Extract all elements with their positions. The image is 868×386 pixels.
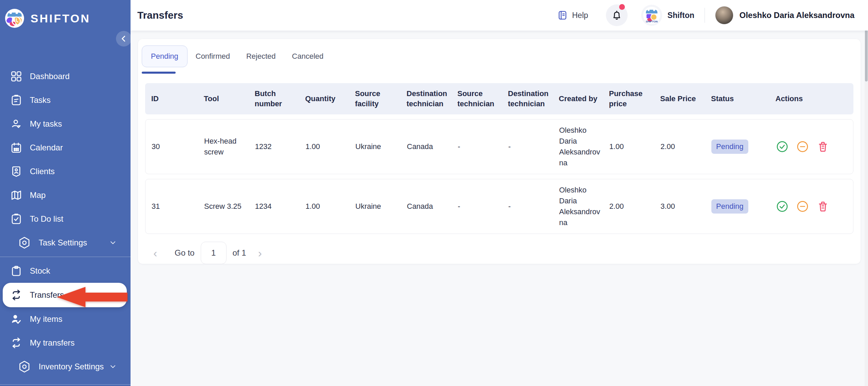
confirm-button[interactable] xyxy=(776,140,789,153)
reject-minus-circle-icon xyxy=(796,140,809,153)
page-title: Transfers xyxy=(137,10,183,21)
tab-confirmed[interactable]: Confirmed xyxy=(188,52,238,61)
sidebar-item-label: Transfers xyxy=(30,290,64,300)
previous-page-icon[interactable]: ‹ xyxy=(150,247,160,259)
chevron-down-icon[interactable] xyxy=(109,363,117,371)
tasks-clipboard-icon xyxy=(10,94,22,106)
confirm-button[interactable] xyxy=(776,200,789,213)
cell-quantity: 1.00 xyxy=(305,120,355,174)
sidebar-item-label: My transfers xyxy=(30,338,75,348)
cell-destination-technician: Canada xyxy=(407,179,458,234)
cell-butch-number: 1234 xyxy=(255,179,305,234)
cell-purchase-price: 1.00 xyxy=(609,120,660,174)
help-button[interactable]: Help xyxy=(557,10,588,21)
cell-created-by: Oleshko Daria Aleksandrovna xyxy=(559,179,609,234)
my-tasks-user-icon xyxy=(10,118,22,130)
shifton-logo-icon xyxy=(5,8,24,28)
cell-status: Pending xyxy=(711,120,776,174)
company-switcher[interactable]: SHIFTON Shifton xyxy=(641,5,694,26)
sidebar-item-my-tasks[interactable]: My tasks xyxy=(0,112,131,136)
sidebar-divider xyxy=(0,257,131,257)
cell-actions xyxy=(776,120,853,174)
table-row: 30 Hex-head screw 1232 1.00 Ukraine Cana… xyxy=(145,119,853,174)
sidebar-item-label: Inventory Settings xyxy=(39,362,104,371)
sidebar-item-task-settings[interactable]: Task Settings xyxy=(0,231,131,255)
sidebar-item-tasks[interactable]: Tasks xyxy=(0,88,131,112)
sidebar-item-label: Calendar xyxy=(30,143,63,152)
sidebar-item-map[interactable]: Map xyxy=(0,183,131,207)
sidebar-item-label: Stock xyxy=(30,266,50,276)
status-badge: Pending xyxy=(711,140,748,154)
column-header-quantity: Quantity xyxy=(305,83,355,114)
svg-text:SHIFTON: SHIFTON xyxy=(646,20,657,23)
delete-button[interactable] xyxy=(816,140,829,153)
tab-pending[interactable]: Pending xyxy=(142,45,188,67)
sidebar-item-my-transfers[interactable]: My transfers xyxy=(0,331,131,355)
delete-trash-icon xyxy=(816,200,829,213)
sidebar-item-my-items[interactable]: My items xyxy=(0,307,131,331)
dashboard-grid-icon xyxy=(10,70,22,82)
cell-sale-price: 2.00 xyxy=(660,120,711,174)
user-avatar xyxy=(715,6,733,24)
sidebar-item-label: To Do list xyxy=(30,214,63,224)
sidebar-item-todo-list[interactable]: To Do list xyxy=(0,207,131,231)
sidebar-item-dashboard[interactable]: Dashboard xyxy=(0,65,131,88)
sidebar-item-clients[interactable]: Clients xyxy=(0,160,131,183)
table-header: ID Tool Butch number Quantity Source fac… xyxy=(145,83,853,114)
sidebar-collapse-button[interactable] xyxy=(116,31,132,47)
header-actions: Help SHIFTON xyxy=(557,4,854,26)
reject-button[interactable] xyxy=(796,140,809,153)
my-transfers-cycle-icon xyxy=(10,337,22,349)
column-header-status: Status xyxy=(711,83,775,114)
clients-badge-icon xyxy=(10,165,22,178)
page-count-label: of 1 xyxy=(233,248,246,258)
sidebar-item-label: My tasks xyxy=(30,119,62,129)
reject-button[interactable] xyxy=(796,200,809,213)
cell-tool: Screw 3.25 xyxy=(204,179,255,234)
app-logo[interactable]: SHIFTON xyxy=(0,0,131,31)
sidebar-item-label: Tasks xyxy=(30,95,51,105)
cell-actions xyxy=(776,179,853,234)
settings-hexagon-icon xyxy=(18,360,31,373)
page-number-input[interactable] xyxy=(201,242,226,264)
sidebar-item-label: Task Settings xyxy=(39,238,87,247)
pagination: ‹ Go to of 1 › xyxy=(150,241,853,265)
sidebar-item-label: Clients xyxy=(30,167,55,176)
delete-button[interactable] xyxy=(816,200,829,213)
chevron-down-icon[interactable] xyxy=(109,239,117,247)
column-header-created-by: Created by xyxy=(559,83,609,114)
company-logo: SHIFTON xyxy=(641,5,662,26)
cell-tool: Hex-head screw xyxy=(204,120,255,174)
sidebar-divider xyxy=(0,384,131,385)
sidebar-item-label: My items xyxy=(30,314,62,324)
sidebar-item-calendar[interactable]: Calendar xyxy=(0,136,131,160)
scrollbar[interactable] xyxy=(865,0,868,386)
transfers-card: Pending Confirmed Rejected Canceled ID T… xyxy=(138,39,861,264)
sidebar-item-stock[interactable]: Stock xyxy=(0,259,131,283)
cell-butch-number: 1232 xyxy=(255,120,305,174)
cell-created-by: Oleshko Daria Aleksandrovna xyxy=(559,120,609,174)
settings-hexagon-icon xyxy=(18,236,31,250)
main-content: Pending Confirmed Rejected Canceled ID T… xyxy=(131,31,868,386)
help-manual-icon xyxy=(557,10,568,21)
sidebar-item-transfers[interactable]: Transfers xyxy=(3,283,127,307)
tab-rejected[interactable]: Rejected xyxy=(238,52,284,61)
sidebar-item-inventory-settings[interactable]: Inventory Settings xyxy=(0,355,131,379)
user-menu[interactable]: Oleshko Daria Aleksandrovna xyxy=(715,6,854,24)
sidebar-menu: Dashboard Tasks My tasks Calendar xyxy=(0,65,131,379)
notification-bell-icon xyxy=(611,10,623,21)
cell-source-facility: Ukraine xyxy=(355,179,407,234)
cell-destination-technician-2: - xyxy=(508,120,559,174)
column-header-destination-technician-2: Destination technician xyxy=(508,83,559,114)
column-header-source-technician: Source technician xyxy=(457,83,508,114)
brand-name: SHIFTON xyxy=(31,12,91,25)
cell-source-technician: - xyxy=(458,120,508,174)
confirm-check-circle-icon xyxy=(776,140,789,153)
go-to-label: Go to xyxy=(175,248,195,258)
tab-canceled[interactable]: Canceled xyxy=(284,52,332,61)
next-page-icon[interactable]: › xyxy=(255,247,265,259)
notifications-button[interactable] xyxy=(606,4,628,26)
status-tabs: Pending Confirmed Rejected Canceled xyxy=(138,39,861,74)
cell-destination-technician: Canada xyxy=(407,120,458,174)
cell-quantity: 1.00 xyxy=(305,179,355,234)
